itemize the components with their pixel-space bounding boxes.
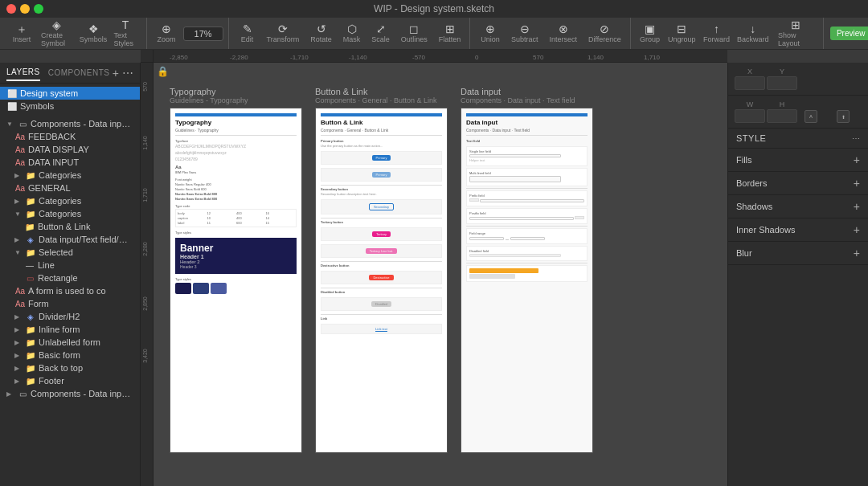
difference-button[interactable]: ⊘ Difference xyxy=(584,22,625,45)
expand-arrow-icon[interactable]: ▶ xyxy=(14,313,23,321)
edit-button[interactable]: ✎ Edit xyxy=(235,22,260,45)
layer-item[interactable]: ⬜ Symbols xyxy=(0,100,140,112)
group-button[interactable]: ▣ Group xyxy=(637,22,663,45)
union-button[interactable]: ⊕ Union xyxy=(477,22,504,45)
button-link-frame[interactable]: Button & Link Components · General · But… xyxy=(315,108,448,453)
canvas-content[interactable]: 🔒 Typography Guidelines - Typography Typ… xyxy=(154,63,727,486)
scale-button[interactable]: ⤢ Scale xyxy=(367,22,394,45)
layer-item[interactable]: ▶ 📁 Unlabelled form xyxy=(0,336,140,349)
flatten-button[interactable]: ⊞ Flatten xyxy=(435,22,465,45)
layer-item[interactable]: ▶ ▭ Components - Data input - Te... xyxy=(0,387,140,400)
expand-arrow-icon[interactable]: ▶ xyxy=(14,326,23,333)
layer-item[interactable]: ▶ 📁 Basic form xyxy=(0,349,140,361)
rotate-label: Rotate xyxy=(310,35,332,43)
ungroup-button[interactable]: ⊟ Ungroup xyxy=(665,22,698,45)
symbols-button[interactable]: ❖ Symbols xyxy=(80,22,107,45)
flatten-icon: ⊞ xyxy=(445,23,455,35)
expand-arrow-icon[interactable]: ▼ xyxy=(6,120,14,128)
mask-button[interactable]: ⬡ Mask xyxy=(339,22,365,45)
outlines-button[interactable]: ◻ Outlines xyxy=(397,22,432,45)
rectangle-icon: ▭ xyxy=(24,274,35,283)
toolbar-group-preview: Preview xyxy=(825,18,868,49)
borders-header[interactable]: Borders + xyxy=(728,172,868,194)
inner-shadows-header[interactable]: Inner Shadows + xyxy=(728,218,868,241)
fills-header[interactable]: Fills + xyxy=(728,149,868,171)
shadows-add-button[interactable]: + xyxy=(854,200,860,213)
layer-item[interactable]: ▶ 📁 Inline form xyxy=(0,323,140,336)
layer-item[interactable]: ▼ 📁 Categories xyxy=(0,207,140,220)
outlines-icon: ◻ xyxy=(409,23,419,35)
close-button[interactable] xyxy=(6,4,16,14)
expand-arrow-icon[interactable]: ▼ xyxy=(14,249,23,256)
blur-add-button[interactable]: + xyxy=(854,247,860,259)
layer-item[interactable]: ▼ ▭ Components - Data input - Fo... xyxy=(0,117,140,130)
zoom-button[interactable]: ⊕ Zoom xyxy=(154,22,180,45)
more-options-button[interactable]: ⋯ xyxy=(122,67,133,79)
layer-item[interactable]: Aa DATA INPUT xyxy=(0,156,140,169)
layer-item[interactable]: ▼ 📁 Selected xyxy=(0,246,140,259)
maximize-button[interactable] xyxy=(34,4,43,14)
union-label: Union xyxy=(481,35,500,43)
text-styles-button[interactable]: T Text Styles xyxy=(110,18,141,49)
x-input[interactable] xyxy=(735,76,765,90)
edit-icon: ✎ xyxy=(243,23,252,35)
expand-arrow-icon[interactable]: ▶ xyxy=(14,339,23,346)
borders-add-button[interactable]: + xyxy=(854,177,860,190)
expand-arrow-icon[interactable]: ▶ xyxy=(14,352,23,359)
canvas-area[interactable]: 570 1,140 1,710 2,280 2,850 3,420 🔒 Typo… xyxy=(141,63,727,486)
layer-item[interactable]: — Line xyxy=(0,259,140,272)
add-layer-button[interactable]: + xyxy=(113,67,119,79)
backward-icon: ↓ xyxy=(750,23,755,35)
layer-item[interactable]: Aa DATA DISPLAY xyxy=(0,143,140,156)
expand-arrow-icon[interactable]: ▶ xyxy=(14,172,23,179)
zoom-input[interactable]: 17% xyxy=(183,27,223,41)
layer-item[interactable]: ▶ ◈ Data input/Text field/Searc... xyxy=(0,233,140,246)
forward-button[interactable]: ↑ Forward xyxy=(701,22,732,45)
style-options-button[interactable]: ⋯ xyxy=(852,134,860,143)
intersect-button[interactable]: ⊗ Intersect xyxy=(545,22,581,45)
mask-icon: ⬡ xyxy=(347,23,357,35)
vertical-ruler: 570 1,140 1,710 2,280 2,850 3,420 xyxy=(141,63,154,486)
fills-add-button[interactable]: + xyxy=(854,153,860,166)
preview-button[interactable]: Preview xyxy=(830,27,868,40)
text-align-right-button[interactable]: ⬆ xyxy=(837,110,850,123)
layer-item[interactable]: ▶ 📁 Categories xyxy=(0,194,140,207)
blur-header[interactable]: Blur + xyxy=(728,242,868,264)
expand-arrow-icon[interactable]: ▼ xyxy=(14,210,23,218)
expand-arrow-icon[interactable]: ▶ xyxy=(14,198,23,205)
minimize-button[interactable] xyxy=(20,4,30,14)
layer-item[interactable]: 📁 Button & Link xyxy=(0,220,140,233)
transform-button[interactable]: ⟳ Transform xyxy=(263,22,304,45)
layer-item[interactable]: ⬜ Design system xyxy=(0,87,140,100)
expand-arrow-icon[interactable]: ▶ xyxy=(14,236,23,243)
layer-item[interactable]: Aa A form is used to co xyxy=(0,284,140,297)
expand-arrow-icon[interactable]: ▶ xyxy=(14,378,23,385)
tab-layers[interactable]: LAYERS xyxy=(6,64,40,81)
create-symbol-button[interactable]: ◈ Create Symbol xyxy=(37,18,77,49)
layer-item[interactable]: ▶ 📁 Categories xyxy=(0,169,140,182)
data-input-frame[interactable]: Data input Components · Data input · Tex… xyxy=(461,108,593,453)
typography-frame[interactable]: Typography Guidelines · Typography Typef… xyxy=(170,108,302,453)
layer-item[interactable]: ▶ 📁 Footer xyxy=(0,374,140,387)
text-icon: Aa xyxy=(14,133,26,141)
expand-arrow-icon[interactable]: ▶ xyxy=(6,390,14,398)
layer-item[interactable]: Aa GENERAL xyxy=(0,182,140,194)
layer-item[interactable]: ▶ 📁 Back to top xyxy=(0,361,140,374)
layer-item[interactable]: ▶ ◈ Divider/H2 xyxy=(0,310,140,323)
rotate-button[interactable]: ↺ Rotate xyxy=(306,22,336,45)
layer-item[interactable]: ▭ Rectangle xyxy=(0,272,140,284)
layer-item[interactable]: Aa Form xyxy=(0,297,140,310)
h-input[interactable] xyxy=(767,109,797,123)
insert-button[interactable]: ＋ Insert xyxy=(10,22,34,45)
expand-arrow-icon[interactable]: ▶ xyxy=(14,365,23,372)
text-align-left-button[interactable]: A xyxy=(805,110,817,123)
backward-button[interactable]: ↓ Backward xyxy=(735,22,771,45)
y-input[interactable] xyxy=(767,76,797,90)
inner-shadows-add-button[interactable]: + xyxy=(854,223,860,236)
tab-components[interactable]: COMPONENTS xyxy=(48,65,110,80)
w-input[interactable] xyxy=(735,109,765,123)
layer-item[interactable]: Aa FEEDBACK xyxy=(0,130,140,143)
shadows-header[interactable]: Shadows + xyxy=(728,195,868,218)
show-layout-button[interactable]: ⊞ Show Layout xyxy=(774,18,818,49)
subtract-button[interactable]: ⊖ Subtract xyxy=(507,22,542,45)
